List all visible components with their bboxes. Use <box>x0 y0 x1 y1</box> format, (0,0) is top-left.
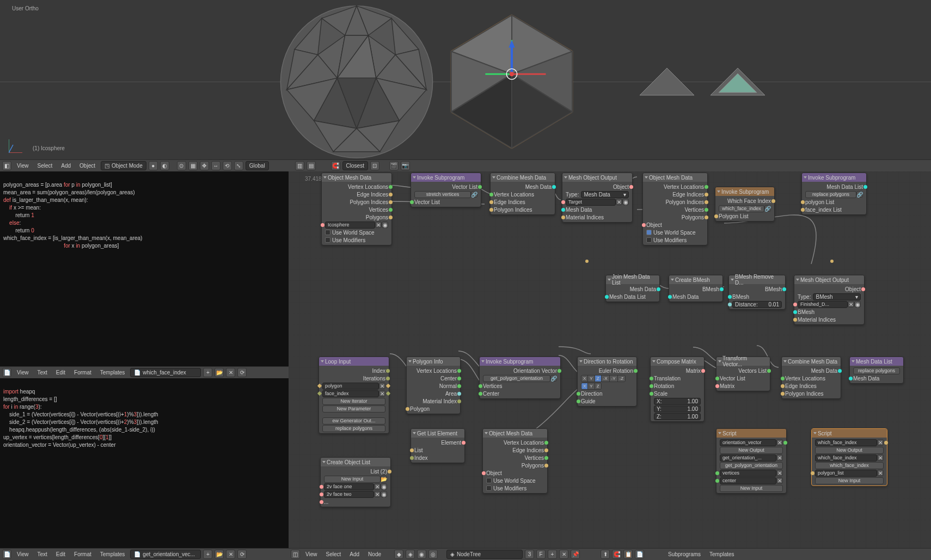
menu-node[interactable]: Node <box>365 551 384 557</box>
editor-type-icon[interactable]: ◧ <box>2 161 11 170</box>
menu-text[interactable]: Text <box>34 551 51 557</box>
scale-icon[interactable]: ⤡ <box>234 161 243 170</box>
node-script-orientation-vector[interactable]: Script orientation_vector✕ New Output ge… <box>716 428 787 494</box>
new-parameter-button[interactable]: New Parameter <box>322 405 385 413</box>
editor-type-icon[interactable]: ◫ <box>291 550 300 559</box>
menu-view[interactable]: View <box>14 163 32 169</box>
menu-select[interactable]: Select <box>323 551 345 557</box>
render-icon[interactable]: 🎬 <box>389 161 399 170</box>
clear-icon[interactable]: ✕ <box>616 199 622 205</box>
node-mesh-object-output-2[interactable]: Mesh Object Output Object Type:BMesh▾ Fi… <box>794 275 865 325</box>
node-bmesh-remove-doubles[interactable]: BMesh Remove D... BMesh BMesh Distance:0… <box>728 275 786 310</box>
layers2-icon[interactable]: ▤ <box>307 161 316 170</box>
new-icon[interactable]: + <box>203 550 212 559</box>
node-object-mesh-data-3[interactable]: Object Mesh Data Vertex Locations Edge I… <box>482 428 548 494</box>
clear-icon[interactable]: ✕ <box>848 301 854 307</box>
clear-icon[interactable]: ✕ <box>375 221 382 228</box>
new-output-button[interactable]: New Output <box>720 447 783 454</box>
node-join-mesh-data-list[interactable]: Join Mesh Data List Mesh Data Mesh Data … <box>605 275 660 302</box>
node-get-list-element[interactable]: Get List Element Element List Index <box>411 428 465 463</box>
new-iterator-button[interactable]: New Iterator <box>322 398 385 405</box>
node-polygon-info[interactable]: Polygon Info Vertex Locations Center Nor… <box>406 356 461 414</box>
fake-user-icon[interactable]: F <box>536 550 546 559</box>
orientation-dropdown[interactable]: Global <box>246 161 269 170</box>
render2-icon[interactable]: 📷 <box>401 161 410 170</box>
node-invoke-get-polygon-orientation[interactable]: Invoke Subprogram Orientation Vector get… <box>479 356 561 399</box>
new-input-button[interactable]: New Input <box>324 476 381 483</box>
move-icon[interactable]: ↔ <box>211 161 220 170</box>
node-transform-vector-list[interactable]: Transform Vector... Vectors List Vector … <box>716 356 770 391</box>
node-combine-mesh-data-1[interactable]: Combine Mesh Data Mesh Data Vertex Locat… <box>490 173 555 215</box>
eyedrop-icon[interactable]: ◉ <box>854 301 861 307</box>
unlink-icon[interactable]: ✕ <box>226 368 235 377</box>
node-object-mesh-data-2[interactable]: Object Mesh Data Vertex Locations Edge I… <box>642 173 708 245</box>
menu-templates[interactable]: Templates <box>97 370 128 376</box>
subprogram-button[interactable]: get_polygon_orientation <box>483 375 550 382</box>
open-icon[interactable]: 📂 <box>215 368 224 377</box>
node-script-which-face-index[interactable]: Script which_face_index✕ New Output whic… <box>811 428 887 486</box>
node-object-mesh-data-1[interactable]: Object Mesh Data Vertex Locations Edge I… <box>321 173 392 245</box>
new-input-button[interactable]: New Input <box>720 485 783 492</box>
axis-guide-toggle[interactable]: XYZ <box>581 383 602 390</box>
menu-templates[interactable]: Templates <box>706 551 738 557</box>
layers-icon[interactable]: ▥ <box>295 161 304 170</box>
text-editor-2[interactable]: import heapq length_differences = [] for… <box>0 378 289 548</box>
open-icon[interactable]: 📂 <box>381 476 387 482</box>
new-input-button[interactable]: New Input <box>815 477 884 484</box>
tree-type2-icon[interactable]: ◈ <box>406 550 415 559</box>
menu-format[interactable]: Format <box>71 551 95 557</box>
text-file-selector[interactable]: 📄get_orientation_vec... <box>130 550 201 559</box>
node-mesh-data-list[interactable]: Mesh Data List replace polygons Mesh Dat… <box>849 356 904 384</box>
text-editor-1[interactable]: polygon_areas = [p.area for p in polygon… <box>0 171 289 366</box>
menu-view[interactable]: View <box>14 370 32 376</box>
add-icon[interactable]: + <box>548 550 557 559</box>
link-icon[interactable]: 🔗 <box>764 205 771 212</box>
menu-text[interactable]: Text <box>34 370 51 376</box>
eyedrop-icon[interactable]: ◉ <box>382 221 388 228</box>
shading2-icon[interactable]: ◐ <box>160 161 169 170</box>
link-icon[interactable]: 🔗 <box>471 191 477 198</box>
tree-type4-icon[interactable]: ◎ <box>428 550 438 559</box>
node-create-bmesh[interactable]: Create BMesh BMesh Mesh Data <box>669 275 723 302</box>
menu-view[interactable]: View <box>14 551 32 557</box>
editor-type-icon[interactable]: 📄 <box>2 368 11 377</box>
snap-icon[interactable]: 🧲 <box>612 550 621 559</box>
node-invoke-replace-polygons[interactable]: Invoke Subprogram Mesh Data List replace… <box>801 173 867 215</box>
subprogram-button[interactable]: replace polygons <box>805 191 856 198</box>
new-icon[interactable]: + <box>203 368 212 377</box>
text-file-selector[interactable]: 📄which_face_index <box>130 368 201 377</box>
menu-subprograms[interactable]: Subprograms <box>665 551 704 557</box>
mesh-geosphere[interactable] <box>275 4 438 159</box>
reload-icon[interactable]: ⟳ <box>237 368 247 377</box>
menu-object[interactable]: Object <box>76 163 99 169</box>
menu-add[interactable]: Add <box>58 163 74 169</box>
eyedrop-icon[interactable]: ◉ <box>622 199 629 205</box>
node-mesh-object-output-1[interactable]: Mesh Object Output Object Type:Mesh Data… <box>562 173 633 223</box>
axis-primary-toggle[interactable]: XYZ-X-Y-Z <box>581 375 626 382</box>
pivot-icon[interactable]: ⊙ <box>177 161 186 170</box>
snap-target-icon[interactable]: ⊡ <box>370 161 379 170</box>
editor-type-icon[interactable]: 📄 <box>2 550 11 559</box>
rot-icon[interactable]: ⟲ <box>223 161 232 170</box>
node-compose-matrix[interactable]: Compose Matrix Matrix Translation Rotati… <box>650 356 705 422</box>
open-icon[interactable]: 📂 <box>215 550 224 559</box>
go-parent-icon[interactable]: ⬆ <box>601 550 610 559</box>
snap-mode-dropdown[interactable]: Closest <box>342 161 368 170</box>
menu-add[interactable]: Add <box>346 551 363 557</box>
layer-icon[interactable]: ▦ <box>188 161 198 170</box>
menu-templates[interactable]: Templates <box>97 551 128 557</box>
menu-select[interactable]: Select <box>34 163 56 169</box>
pin-icon[interactable]: 📌 <box>571 550 580 559</box>
node-editor[interactable]: 37.4187 m Object Mesh Data <box>289 171 931 548</box>
paste-icon[interactable]: 📄 <box>635 550 644 559</box>
mesh-face-one[interactable] <box>637 65 697 98</box>
node-invoke-which-face-index[interactable]: Invoke Subprogram Which Face Index which… <box>715 187 775 221</box>
link-icon[interactable]: 🔗 <box>856 191 863 198</box>
node-invoke-stretch-vertices[interactable]: Invoke Subprogram Vector List stretch ve… <box>411 173 481 207</box>
subprogram-button[interactable]: stretch vertices <box>414 191 471 198</box>
tree-type-icon[interactable]: ◆ <box>394 550 403 559</box>
new-output-button[interactable]: New Output <box>815 447 884 454</box>
node-create-object-list[interactable]: Create Object List List (2) New Input📂 2… <box>320 457 391 507</box>
menu-edit[interactable]: Edit <box>53 370 69 376</box>
menu-format[interactable]: Format <box>71 370 95 376</box>
